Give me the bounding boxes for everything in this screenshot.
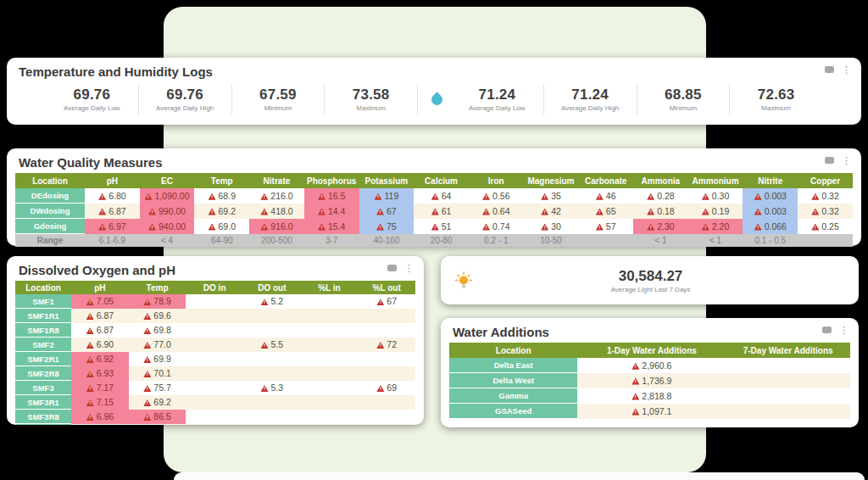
cell-value: 7.15 xyxy=(97,397,114,407)
range-cell: 0.2 - 1 xyxy=(469,234,524,248)
table-row: SMF1R16.8769.6 xyxy=(15,309,415,323)
table-cell: 2,960.6 xyxy=(577,358,726,373)
table-cell: 6.96 xyxy=(71,410,129,424)
warning-triangle-icon xyxy=(596,193,604,200)
table-cell: 69.2 xyxy=(194,204,249,219)
warning-triangle-icon xyxy=(143,342,151,349)
table-cell xyxy=(243,395,301,410)
warning-triangle-icon xyxy=(86,313,94,320)
cell-value: 70.1 xyxy=(153,368,170,378)
cell-value: 30 xyxy=(551,221,561,232)
range-label: Range xyxy=(15,234,85,248)
cell-value: 5.3 xyxy=(271,382,284,393)
table-cell: 69 xyxy=(358,381,415,395)
warning-triangle-icon xyxy=(209,224,216,231)
panel-actions xyxy=(822,326,849,334)
comment-icon[interactable] xyxy=(387,265,397,271)
cell-value: 0.003 xyxy=(765,191,787,201)
table-cell: 0.18 xyxy=(633,204,688,219)
table-cell xyxy=(358,352,415,366)
cell-value: 68.9 xyxy=(219,191,236,201)
table-cell: 75 xyxy=(359,219,415,234)
warning-triangle-icon xyxy=(376,299,384,305)
cell-value: 0.56 xyxy=(492,191,509,201)
warning-triangle-icon xyxy=(632,363,639,370)
cell-value: 6.96 xyxy=(97,411,114,421)
warning-triangle-icon xyxy=(260,193,268,200)
warning-triangle-icon xyxy=(596,224,604,231)
table-cell: 5.3 xyxy=(243,381,301,395)
table-cell xyxy=(301,309,359,323)
kebab-menu-icon[interactable] xyxy=(842,156,851,165)
table-cell xyxy=(186,395,243,410)
warning-triangle-icon xyxy=(209,209,216,215)
kebab-menu-icon[interactable] xyxy=(404,264,414,272)
table-row: SMF17.0578.95.267 xyxy=(15,294,415,309)
column-header: Nitrite xyxy=(743,173,798,188)
table-cell xyxy=(301,410,359,424)
table-cell: 0.30 xyxy=(688,188,743,204)
kebab-menu-icon[interactable] xyxy=(839,326,849,334)
table-cell xyxy=(129,424,186,426)
panel-actions xyxy=(825,65,851,74)
warning-triangle-icon xyxy=(431,209,439,215)
column-header: %L out xyxy=(358,281,415,294)
column-header: Location xyxy=(449,343,577,358)
stat-label: Maximum xyxy=(730,104,822,112)
location-cell: SMF3R1 xyxy=(15,395,71,410)
location-cell: Gdosing xyxy=(15,219,85,234)
panel-dissolved-oxygen-ph: Dissolved Oxygen and pH LocationpHTempDO… xyxy=(7,256,424,425)
range-cell: 0.1 - 0.5 xyxy=(743,234,798,248)
table-cell: 6.80 xyxy=(85,188,140,204)
table-cell: 1,090.00 xyxy=(140,188,195,204)
location-cell: SMF1R8 xyxy=(15,323,71,338)
cell-value: 0.28 xyxy=(657,191,674,201)
warning-triangle-icon xyxy=(261,385,269,392)
table-cell xyxy=(243,323,301,338)
cell-value: 51 xyxy=(442,221,452,232)
cell-value: 990.00 xyxy=(159,206,186,216)
table-cell: 67 xyxy=(359,204,415,219)
table-cell: 6.93 xyxy=(71,366,129,381)
comment-icon[interactable] xyxy=(825,66,834,73)
stat-value: 71.24 xyxy=(544,87,637,103)
table-cell: 216.0 xyxy=(249,188,304,204)
cell-value: 14.4 xyxy=(328,206,345,216)
table-cell: 61 xyxy=(414,204,469,219)
warning-triangle-icon xyxy=(318,224,326,231)
dissolved-oxygen-table: LocationpHTempDO inDO out%L in%L outSMF1… xyxy=(15,281,415,425)
warning-triangle-icon xyxy=(647,224,654,231)
table-cell: 0.32 xyxy=(798,204,853,219)
column-header: Copper xyxy=(798,173,853,188)
cell-value: 0.32 xyxy=(821,191,838,201)
column-header: Magnesium xyxy=(524,173,579,188)
table-cell: 119 xyxy=(359,188,415,204)
kebab-menu-icon[interactable] xyxy=(842,65,851,74)
column-header: EC xyxy=(140,173,195,188)
table-cell xyxy=(301,424,359,426)
cell-value: 5.2 xyxy=(271,296,284,306)
table-cell: 0.25 xyxy=(798,219,853,234)
table-header-row: Location1-Day Water Additions7-Day Water… xyxy=(449,343,850,358)
table-row: Delta West1,736.9 xyxy=(449,373,850,388)
comment-icon[interactable] xyxy=(825,157,834,164)
warning-triangle-icon xyxy=(143,414,151,421)
table-cell: 6.87 xyxy=(71,323,129,338)
column-header: Phosphorus xyxy=(304,173,359,188)
comment-icon[interactable] xyxy=(822,327,832,333)
column-header: DO out xyxy=(243,281,301,294)
table-cell: 2.20 xyxy=(688,219,743,234)
table-cell xyxy=(243,366,301,381)
warning-triangle-icon xyxy=(541,193,548,200)
cell-value: 6.97 xyxy=(108,221,125,232)
table-cell xyxy=(186,338,243,352)
cell-value: 69.2 xyxy=(153,397,170,407)
water-quality-table: LocationpHECTempNitratePhosphorusPotassi… xyxy=(15,173,853,247)
table-cell: 69.8 xyxy=(129,323,186,338)
stat-value: 71.24 xyxy=(451,87,543,103)
range-cell: 64-90 xyxy=(194,234,249,248)
warning-triangle-icon xyxy=(431,224,439,231)
cell-value: 61 xyxy=(442,206,452,216)
cell-value: 75.7 xyxy=(153,382,170,393)
warning-triangle-icon xyxy=(143,299,151,305)
